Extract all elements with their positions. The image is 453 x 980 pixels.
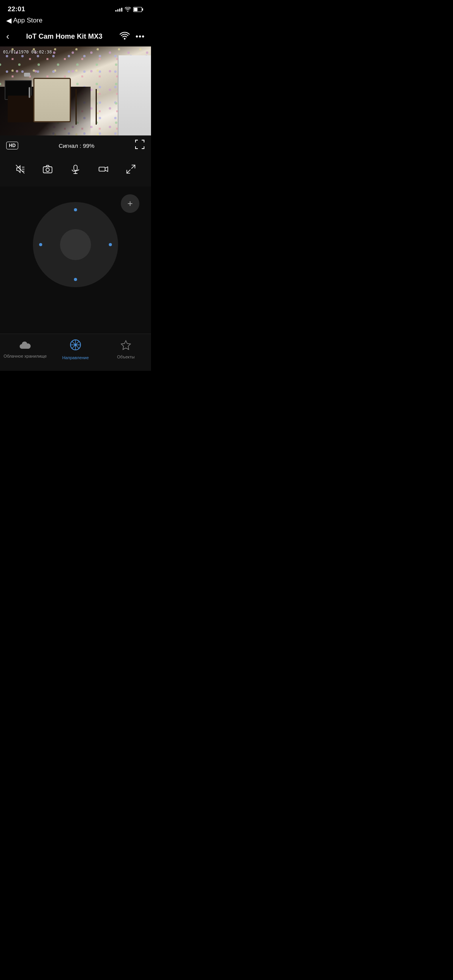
star-icon — [120, 339, 131, 353]
mute-button[interactable] — [10, 159, 30, 179]
ptz-dot-down — [74, 278, 77, 281]
svg-rect-2 — [134, 8, 137, 11]
back-arrow-icon: ◀ — [6, 16, 12, 25]
hd-badge[interactable]: HD — [6, 142, 18, 149]
controls-bar: HD Сигнал : 99% — [0, 135, 151, 155]
chair2-object — [76, 89, 97, 125]
ptz-dot-right — [109, 243, 112, 246]
svg-marker-22 — [121, 341, 130, 350]
lamp-object — [29, 87, 30, 98]
appstore-back[interactable]: ◀ App Store — [0, 15, 151, 28]
signal-quality-text: Сигнал : 99% — [58, 142, 94, 149]
tab-direction-label: Направление — [62, 355, 89, 360]
signal-bars-icon — [115, 7, 122, 12]
page-title: IoT Cam Home Kit MX3 — [9, 33, 119, 41]
status-time: 22:01 — [8, 5, 25, 13]
status-icons — [115, 7, 143, 12]
header-right-icons: ••• — [119, 31, 145, 42]
action-buttons-row — [0, 155, 151, 187]
header-nav: ‹ IoT Cam Home Kit MX3 ••• — [0, 28, 151, 46]
svg-rect-13 — [99, 167, 105, 171]
tab-cloud-storage[interactable]: Облачное хранилище — [0, 340, 50, 358]
direction-icon — [69, 339, 82, 354]
svg-line-15 — [127, 170, 130, 173]
wifi-icon — [125, 7, 131, 12]
microphone-button[interactable] — [66, 159, 85, 179]
bottom-tab-bar: Облачное хранилище Направление Объекты — [0, 334, 151, 371]
lamp-shade — [24, 73, 30, 77]
ptz-joystick[interactable] — [33, 202, 118, 287]
tab-cloud-label: Облачное хранилище — [3, 354, 46, 358]
svg-line-14 — [132, 165, 135, 169]
zoom-plus-button[interactable]: + — [121, 194, 139, 213]
svg-rect-1 — [142, 8, 143, 10]
svg-rect-10 — [74, 165, 77, 171]
back-button[interactable]: ‹ — [6, 31, 9, 42]
camera-feed: 01/01/1970 08:02:38 — [0, 46, 151, 135]
battery-icon — [133, 7, 143, 12]
ptz-dot-left — [39, 243, 42, 246]
tab-objects-label: Объекты — [117, 355, 134, 359]
ptz-section: + — [0, 187, 151, 334]
svg-point-9 — [46, 168, 50, 171]
ptz-dot-up — [74, 208, 77, 211]
more-options-button[interactable]: ••• — [136, 32, 145, 41]
chair-object — [33, 78, 71, 122]
svg-point-3 — [124, 38, 125, 39]
svg-rect-8 — [43, 167, 52, 173]
tab-objects[interactable]: Объекты — [101, 339, 151, 359]
record-button[interactable] — [94, 159, 113, 179]
expand-button[interactable] — [121, 159, 141, 179]
svg-point-21 — [74, 344, 77, 346]
status-bar: 22:01 — [0, 0, 151, 15]
wifi-signal-icon[interactable] — [119, 31, 130, 42]
cloud-icon — [19, 340, 31, 352]
white-wall — [118, 55, 151, 135]
appstore-back-label: App Store — [13, 17, 43, 24]
timestamp-overlay: 01/01/1970 08:02:38 — [3, 50, 52, 55]
screenshot-button[interactable] — [38, 159, 57, 179]
ptz-center-button[interactable] — [60, 229, 91, 260]
tab-direction[interactable]: Направление — [50, 339, 101, 360]
fullscreen-button[interactable] — [135, 139, 145, 152]
